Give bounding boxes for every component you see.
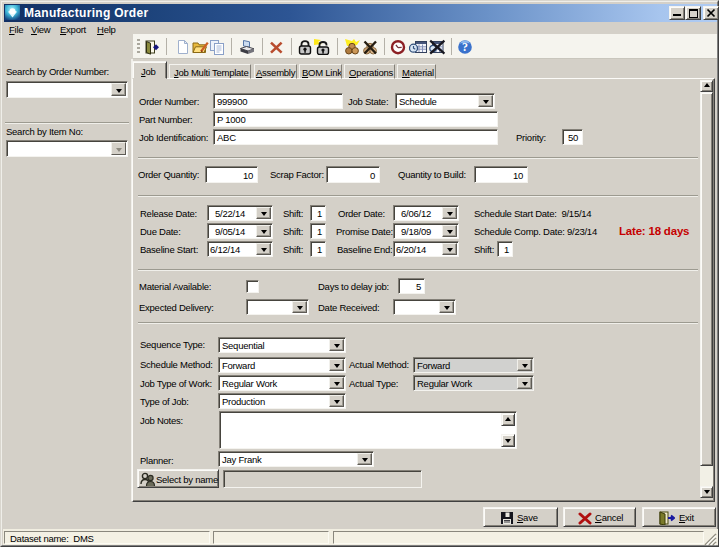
svg-text:?: ? [462,40,468,54]
